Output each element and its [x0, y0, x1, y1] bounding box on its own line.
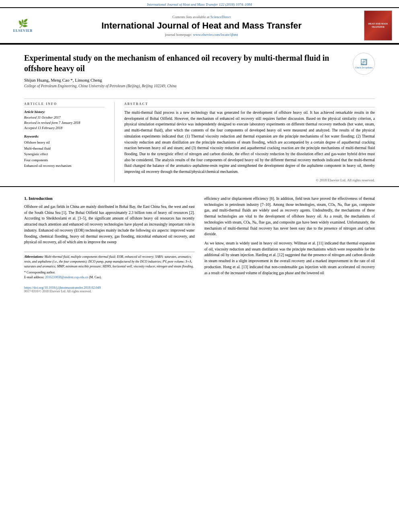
keyword-5: Enhanced oil recovery mechanism — [24, 163, 105, 168]
abstract-heading: ABSTRACT — [124, 102, 375, 107]
article-history-group: Article history: Received 31 October 201… — [24, 110, 105, 130]
sciencedirect-link[interactable]: ScienceDirect — [210, 15, 230, 19]
cover-title-text: HEAT AND MASS TRANSFER — [366, 23, 390, 29]
article-info-heading: ARTICLE INFO — [24, 102, 105, 107]
journal-citation: International Journal of Heat and Mass T… — [147, 2, 252, 6]
keyword-4: Four components — [24, 157, 105, 163]
footnote-abbrev: Abbreviations: Multi-thermal fluid, mult… — [24, 255, 195, 269]
abstract-column: ABSTRACT The multi-thermal fluid process… — [124, 102, 375, 182]
keyword-3: Synergistic effect — [24, 151, 105, 157]
intro-heading: 1. Introduction — [24, 196, 195, 201]
thin-separator — [24, 99, 375, 99]
journal-title: International Journal of Heat and Mass T… — [41, 21, 362, 31]
two-column-section: ARTICLE INFO Article history: Received 3… — [0, 102, 399, 182]
body-content: 1. Introduction Offshore oil and gas fie… — [0, 191, 399, 299]
homepage-url: www.elsevier.com/locate/ijhmt — [193, 33, 238, 37]
history-label: Article history: — [24, 110, 105, 114]
journal-homepage: journal homepage: www.elsevier.com/locat… — [41, 33, 362, 37]
abstract-text: The multi-thermal fluid process is a new… — [124, 110, 375, 175]
journal-banner: 🌿 ELSEVIER Contents lists available at S… — [0, 7, 399, 43]
intro-paragraph-3: As we know, steam is widely used in heav… — [204, 240, 375, 276]
received-date: Received 31 October 2017 — [24, 115, 105, 120]
footnote-corresponding: * Corresponding author. — [24, 270, 195, 275]
main-separator — [0, 186, 399, 187]
elsevier-tree-icon: 🌿 — [18, 18, 28, 28]
footnote-section: Abbreviations: Multi-thermal fluid, mult… — [24, 252, 195, 280]
accepted-date: Accepted 13 February 2018 — [24, 125, 105, 131]
keywords-group: Keywords: Offshore heavy oil Multi-therm… — [24, 134, 105, 168]
email-label: E-mail address: — [24, 275, 44, 279]
intro-number: 1. — [24, 196, 27, 201]
article-title: Experimental study on the mechanism of e… — [24, 53, 346, 74]
intro-paragraph-2: efficiency and/or displacement efficienc… — [204, 196, 375, 237]
banner-left: 🌿 ELSEVIER — [5, 14, 41, 37]
article-info-column: ARTICLE INFO Article history: Received 3… — [24, 102, 105, 182]
check-updates-badge[interactable]: 🔄 Check for updates — [353, 53, 375, 75]
banner-center: Contents lists available at ScienceDirec… — [41, 15, 362, 37]
keywords-label: Keywords: — [24, 134, 105, 138]
intro-title: Introduction — [29, 196, 53, 201]
abbrev-label: Abbreviations: — [24, 255, 43, 259]
keyword-2: Multi-thermal fluid — [24, 146, 105, 151]
banner-right: HEAT AND MASS TRANSFER — [362, 10, 394, 41]
intro-paragraph-1: Offshore oil and gas fields in China are… — [24, 204, 195, 245]
journal-header-top: International Journal of Heat and Mass T… — [0, 0, 399, 7]
email-address: 2016210838@student.cup.edu.cn — [45, 275, 88, 279]
body-right-column: efficiency and/or displacement efficienc… — [204, 196, 375, 294]
keyword-1: Offshore heavy oil — [24, 140, 105, 145]
authors-text: Shijun Huang, Meng Cao *, Linsong Cheng — [24, 78, 102, 82]
column-divider — [114, 102, 115, 182]
body-left-column: 1. Introduction Offshore oil and gas fie… — [24, 196, 195, 294]
article-title-section: Experimental study on the mechanism of e… — [24, 53, 346, 91]
doi-url[interactable]: https://doi.org/10.1016/j.ijheatmasstran… — [24, 286, 195, 290]
issn-line: 0017-9310/© 2018 Elsevier Ltd. All right… — [24, 290, 195, 293]
copyright-line: © 2018 Elsevier Ltd. All rights reserved… — [124, 178, 375, 182]
journal-cover: HEAT AND MASS TRANSFER — [364, 10, 392, 41]
article-affiliation: College of Petroleum Engineering, China … — [24, 84, 346, 88]
footnote-email: E-mail address: 2016210838@student.cup.e… — [24, 275, 195, 280]
article-authors: Shijun Huang, Meng Cao *, Linsong Cheng — [24, 78, 346, 82]
doi-section: https://doi.org/10.1016/j.ijheatmasstran… — [24, 283, 195, 294]
elsevier-text: ELSEVIER — [13, 29, 33, 33]
check-updates-icon: 🔄 — [360, 59, 367, 66]
email-name: (M. Cao). — [89, 275, 101, 279]
corresponding-label: * Corresponding author. — [24, 271, 56, 274]
abbrev-text: Multi-thermal fluid, multiple components… — [24, 255, 193, 268]
article-header: Experimental study on the mechanism of e… — [0, 45, 399, 95]
contents-line: Contents lists available at ScienceDirec… — [41, 15, 362, 19]
elsevier-logo: 🌿 ELSEVIER — [9, 14, 37, 37]
revised-date: Received in revised form 7 January 2018 — [24, 120, 105, 125]
check-updates-text: Check for updates — [355, 66, 373, 69]
